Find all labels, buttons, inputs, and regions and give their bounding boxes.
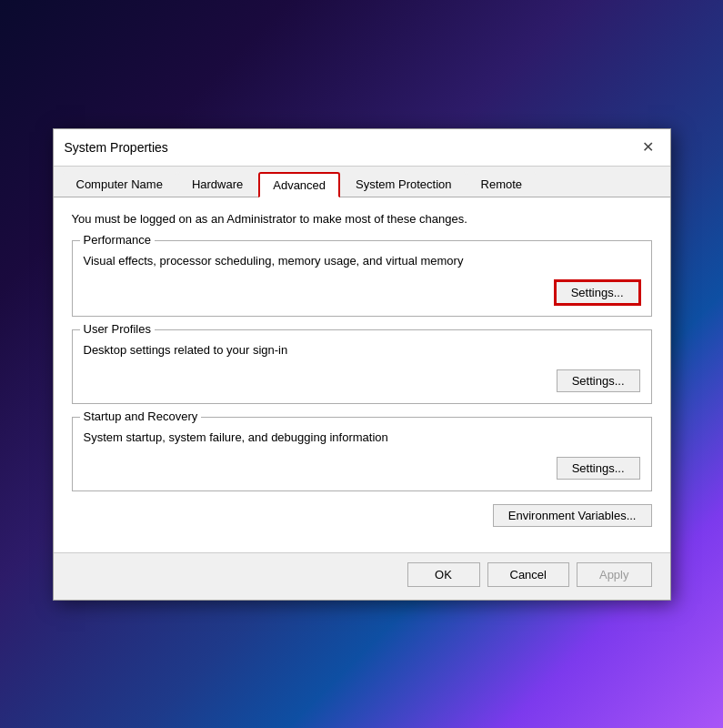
performance-btn-row: Settings... [84, 280, 640, 305]
performance-label: Performance [80, 233, 155, 247]
tab-content: You must be logged on as an Administrato… [54, 197, 670, 552]
tab-computer-name[interactable]: Computer Name [63, 172, 176, 197]
startup-recovery-btn-row: Settings... [84, 457, 640, 480]
tab-hardware[interactable]: Hardware [178, 172, 256, 197]
cancel-button[interactable]: Cancel [487, 562, 569, 587]
admin-notice: You must be logged on as an Administrato… [72, 212, 652, 226]
environment-variables-button[interactable]: Environment Variables... [493, 504, 652, 527]
user-profiles-section: User Profiles Desktop settings related t… [72, 329, 652, 404]
startup-recovery-settings-button[interactable]: Settings... [557, 457, 640, 480]
startup-recovery-label: Startup and Recovery [80, 410, 202, 423]
system-properties-dialog: System Properties ✕ Computer Name Hardwa… [53, 128, 671, 601]
tab-system-protection[interactable]: System Protection [342, 172, 466, 197]
user-profiles-btn-row: Settings... [84, 369, 640, 392]
tab-bar: Computer Name Hardware Advanced System P… [54, 167, 670, 197]
ok-button[interactable]: OK [407, 562, 480, 587]
user-profiles-description: Desktop settings related to your sign-in [84, 343, 640, 357]
dialog-title: System Properties [65, 140, 168, 155]
user-profiles-label: User Profiles [80, 322, 155, 336]
env-variables-row: Environment Variables... [72, 504, 652, 527]
close-button[interactable]: ✕ [638, 136, 659, 158]
startup-recovery-description: System startup, system failure, and debu… [84, 430, 640, 444]
performance-description: Visual effects, processor scheduling, me… [84, 254, 640, 268]
title-bar: System Properties ✕ [54, 129, 670, 167]
startup-recovery-section: Startup and Recovery System startup, sys… [72, 417, 652, 491]
user-profiles-settings-button[interactable]: Settings... [557, 369, 640, 392]
tab-advanced[interactable]: Advanced [258, 172, 340, 197]
dialog-footer: OK Cancel Apply [54, 552, 670, 600]
tab-remote[interactable]: Remote [467, 172, 537, 197]
performance-section: Performance Visual effects, processor sc… [72, 240, 652, 317]
performance-settings-button[interactable]: Settings... [555, 280, 640, 305]
apply-button[interactable]: Apply [577, 562, 652, 587]
